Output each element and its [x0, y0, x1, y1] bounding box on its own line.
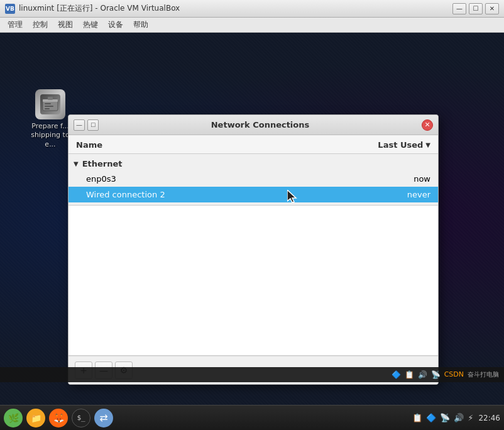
notification-bar: 🔷 📋 🔊 📡 CSDN 奋斗打电脑 — [0, 367, 504, 382]
taskbar-right: 📋 🔷 📡 🔊 ⚡ 22:46 — [412, 413, 500, 422]
notif-icon-3: 🔊 — [418, 370, 427, 379]
systray-power-icon: ⚡ — [468, 413, 473, 422]
expand-arrow-icon: ▼ — [74, 160, 79, 167]
notification-icons: 🔷 📋 🔊 📡 CSDN 奋斗打电脑 — [392, 370, 499, 379]
svg-rect-4 — [45, 106, 53, 107]
menu-help[interactable]: 帮助 — [128, 18, 153, 31]
systray-network-icon: 📡 — [440, 413, 450, 422]
csdn-label: CSDN — [444, 370, 464, 379]
taskbar-firefox[interactable]: 🦊 — [49, 409, 68, 427]
notif-icon-2: 📋 — [405, 370, 414, 379]
taskbar-blueman[interactable]: ⇄ — [94, 409, 113, 427]
vbox-window-controls: — ☐ ✕ — [452, 3, 499, 14]
connection-name-wired2: Wired connection 2 — [86, 190, 165, 199]
vbox-close-button[interactable]: ✕ — [485, 3, 499, 14]
notif-icon-1: 🔷 — [392, 370, 401, 379]
menu-devices[interactable]: 设备 — [103, 18, 128, 31]
table-header: Name Last Used ▼ — [68, 135, 438, 154]
vbox-icon: VB — [5, 4, 15, 14]
taskbar: 🌿 📁 🦊 $_ ⇄ 📋 🔷 📡 🔊 ⚡ 22:46 — [0, 405, 504, 430]
ethernet-label: Ethernet — [82, 159, 123, 168]
taskbar-time: 22:46 — [478, 414, 500, 422]
sort-arrow-icon: ▼ — [425, 141, 430, 148]
dialog-maximize-button[interactable]: ☐ — [87, 119, 99, 131]
menu-manage[interactable]: 管理 — [3, 18, 28, 31]
vbox-menubar: 管理 控制 视图 热键 设备 帮助 — [0, 18, 504, 33]
dialog-minimize-button[interactable]: — — [74, 119, 85, 131]
dialog-empty-area — [68, 205, 438, 356]
menu-hotkeys[interactable]: 热键 — [78, 18, 103, 31]
column-name: Name — [76, 140, 102, 150]
systray-volume-icon: 🔊 — [454, 413, 464, 422]
svg-rect-5 — [45, 108, 50, 109]
vbox-maximize-button[interactable]: ☐ — [469, 3, 483, 14]
ethernet-header: ▼ Ethernet — [68, 157, 438, 171]
connection-last-used-enp0s3: now — [414, 174, 430, 184]
dialog-title: Network Connections — [99, 120, 422, 130]
column-last-used: Last Used ▼ — [378, 140, 430, 150]
taskbar-left: 🌿 📁 🦊 $_ ⇄ — [4, 409, 113, 427]
taskbar-terminal[interactable]: $_ — [72, 409, 90, 427]
notif-text: 奋斗打电脑 — [468, 370, 499, 379]
vbox-title: linuxmint [正在运行] - Oracle VM VirtualBox — [19, 3, 452, 14]
column-last-used-label: Last Used — [378, 140, 423, 150]
dialog-window-controls: — ☐ — [74, 119, 99, 131]
notif-icon-4: 📡 — [431, 370, 441, 379]
desktop: Prepare f...shipping to e... — ☐ Network… — [0, 33, 504, 407]
svg-rect-3 — [45, 103, 51, 104]
svg-rect-2 — [48, 97, 53, 100]
taskbar-file-manager[interactable]: 📁 — [26, 409, 45, 427]
systray-icon-2: 🔷 — [426, 413, 436, 422]
network-connections-dialog: — ☐ Network Connections ✕ Name Last Used… — [68, 114, 439, 385]
desktop-icon-image — [35, 89, 65, 119]
connection-name-enp0s3: enp0s3 — [86, 174, 116, 184]
dialog-close-button[interactable]: ✕ — [422, 119, 433, 131]
taskbar-mint-menu[interactable]: 🌿 — [4, 409, 23, 427]
connection-row-enp0s3[interactable]: enp0s3 now — [68, 171, 438, 187]
connection-last-used-wired2: never — [407, 190, 430, 199]
dialog-close-control: ✕ — [422, 119, 433, 131]
ethernet-section: ▼ Ethernet enp0s3 now Wired connection 2… — [68, 154, 438, 205]
menu-view[interactable]: 视图 — [53, 18, 78, 31]
vbox-minimize-button[interactable]: — — [452, 3, 466, 14]
systray-icon-1: 📋 — [412, 413, 422, 422]
connection-row-wired2[interactable]: Wired connection 2 never — [68, 187, 438, 202]
dialog-titlebar: — ☐ Network Connections ✕ — [68, 115, 438, 135]
taskbar-systray: 📋 🔷 📡 🔊 ⚡ — [412, 413, 473, 422]
menu-control[interactable]: 控制 — [28, 18, 53, 31]
vbox-titlebar: VB linuxmint [正在运行] - Oracle VM VirtualB… — [0, 0, 504, 18]
